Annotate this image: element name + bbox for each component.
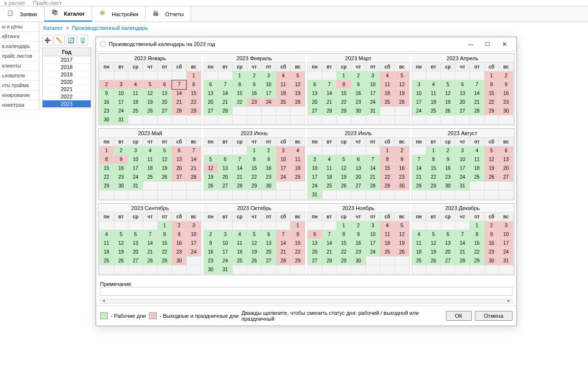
day-cell[interactable]: 12 — [394, 80, 409, 89]
day-cell[interactable]: 18 — [128, 98, 143, 107]
day-cell[interactable]: 22 — [337, 248, 351, 257]
day-cell[interactable]: 8 — [337, 80, 351, 89]
day-cell[interactable]: 29 — [186, 107, 201, 116]
day-cell[interactable]: 30 — [203, 265, 218, 274]
tab-requests[interactable]: 📋Заявки — [0, 6, 45, 22]
year-row-2019[interactable]: 2019 — [43, 71, 91, 78]
day-cell[interactable]: 26 — [426, 257, 441, 265]
day-cell[interactable]: 8 — [186, 80, 201, 89]
day-cell[interactable]: 1 — [232, 71, 247, 80]
day-cell[interactable]: 9 — [262, 155, 276, 164]
day-cell[interactable]: 11 — [380, 230, 395, 239]
day-cell[interactable]: 13 — [441, 239, 455, 248]
day-cell[interactable]: 12 — [143, 89, 157, 98]
day-cell[interactable]: 19 — [426, 248, 441, 257]
day-cell[interactable]: 27 — [308, 107, 322, 116]
day-cell[interactable]: 13 — [128, 239, 143, 248]
day-cell[interactable]: 28 — [470, 107, 485, 116]
day-cell[interactable]: 23 — [351, 98, 366, 107]
day-cell[interactable]: 18 — [291, 164, 305, 173]
day-cell[interactable]: 16 — [394, 164, 409, 173]
day-cell[interactable]: 18 — [232, 248, 247, 257]
day-cell[interactable]: 12 — [441, 89, 455, 98]
year-row-2018[interactable]: 2018 — [43, 64, 91, 71]
day-cell[interactable]: 8 — [247, 155, 262, 164]
day-cell[interactable]: 3 — [455, 146, 470, 155]
day-cell[interactable]: 2 — [394, 146, 409, 155]
day-cell[interactable]: 19 — [394, 89, 409, 98]
day-cell[interactable]: 8 — [291, 230, 305, 239]
day-cell[interactable]: 24 — [455, 173, 470, 182]
crumb-leaf[interactable]: Производственный календарь — [72, 25, 148, 31]
day-cell[interactable]: 17 — [276, 164, 291, 173]
day-cell[interactable]: 3 — [186, 221, 201, 230]
day-cell[interactable]: 12 — [157, 155, 172, 164]
day-cell[interactable]: 14 — [366, 164, 380, 173]
day-cell[interactable]: 14 — [172, 89, 187, 98]
day-cell[interactable]: 28 — [322, 107, 337, 116]
minimize-button[interactable]: — — [463, 39, 479, 49]
day-cell[interactable]: 11 — [412, 239, 426, 248]
day-cell[interactable]: 30 — [499, 107, 514, 116]
crumb-root[interactable]: Каталог — [43, 25, 63, 31]
day-cell[interactable]: 7 — [143, 230, 157, 239]
day-cell[interactable]: 30 — [351, 257, 366, 265]
day-cell[interactable]: 10 — [218, 239, 233, 248]
day-cell[interactable]: 7 — [218, 80, 233, 89]
day-cell[interactable]: 28 — [455, 257, 470, 265]
day-cell[interactable]: 10 — [366, 230, 380, 239]
day-cell[interactable]: 9 — [351, 230, 366, 239]
day-cell[interactable]: 21 — [218, 98, 233, 107]
day-cell[interactable]: 9 — [441, 155, 455, 164]
day-cell[interactable]: 12 — [394, 230, 409, 239]
day-cell[interactable]: 27 — [218, 182, 233, 190]
day-cell[interactable]: 20 — [172, 164, 187, 173]
day-cell[interactable]: 19 — [247, 248, 262, 257]
day-cell[interactable]: 3 — [114, 80, 128, 89]
tab-catalog[interactable]: 📚Каталог — [45, 6, 93, 22]
day-cell[interactable]: 29 — [337, 107, 351, 116]
day-cell[interactable]: 11 — [426, 89, 441, 98]
day-cell[interactable]: 9 — [203, 239, 218, 248]
day-cell[interactable]: 9 — [247, 80, 262, 89]
day-cell[interactable]: 1 — [99, 146, 114, 155]
day-cell[interactable]: 17 — [308, 173, 322, 182]
day-cell[interactable]: 30 — [441, 182, 455, 190]
day-cell[interactable]: 24 — [276, 173, 291, 182]
day-cell[interactable]: 9 — [351, 80, 366, 89]
day-cell[interactable]: 7 — [172, 80, 187, 89]
day-cell[interactable]: 16 — [172, 239, 187, 248]
day-cell[interactable]: 6 — [218, 155, 233, 164]
day-cell[interactable]: 23 — [99, 107, 114, 116]
day-cell[interactable]: 7 — [366, 155, 380, 164]
day-cell[interactable]: 11 — [470, 155, 485, 164]
day-cell[interactable]: 15 — [337, 239, 351, 248]
day-cell[interactable]: 13 — [308, 239, 322, 248]
day-cell[interactable]: 21 — [276, 248, 291, 257]
day-cell[interactable]: 15 — [380, 164, 395, 173]
day-cell[interactable]: 17 — [499, 239, 514, 248]
day-cell[interactable]: 6 — [157, 80, 172, 89]
day-cell[interactable]: 22 — [426, 173, 441, 182]
day-cell[interactable]: 30 — [351, 107, 366, 116]
day-cell[interactable]: 19 — [114, 248, 128, 257]
day-cell[interactable]: 24 — [412, 107, 426, 116]
day-cell[interactable]: 21 — [143, 248, 157, 257]
day-cell[interactable]: 2 — [351, 71, 366, 80]
day-cell[interactable]: 5 — [441, 80, 455, 89]
day-cell[interactable]: 4 — [276, 71, 291, 80]
day-cell[interactable]: 26 — [203, 182, 218, 190]
maximize-button[interactable]: ☐ — [479, 39, 496, 49]
day-cell[interactable]: 7 — [322, 230, 337, 239]
day-cell[interactable]: 18 — [426, 98, 441, 107]
day-cell[interactable]: 8 — [99, 155, 114, 164]
day-cell[interactable]: 24 — [366, 98, 380, 107]
day-cell[interactable]: 15 — [99, 164, 114, 173]
day-cell[interactable]: 4 — [291, 146, 305, 155]
day-cell[interactable]: 5 — [203, 155, 218, 164]
day-cell[interactable]: 8 — [426, 155, 441, 164]
day-cell[interactable]: 10 — [114, 89, 128, 98]
day-cell[interactable]: 13 — [455, 89, 470, 98]
day-cell[interactable]: 13 — [203, 89, 218, 98]
day-cell[interactable]: 25 — [99, 257, 114, 265]
